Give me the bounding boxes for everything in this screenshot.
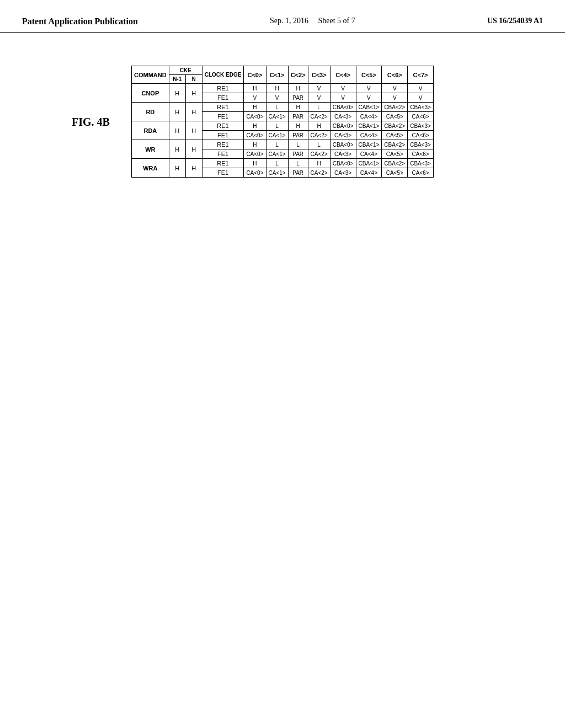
data-table: COMMAND CKE CLOCK EDGE C<0> C<1> C<2> C<… bbox=[131, 66, 434, 178]
cell-cke-n1: H bbox=[169, 121, 185, 140]
cell-c5: CA<4> bbox=[356, 112, 382, 121]
cell-c0: H bbox=[244, 159, 266, 168]
cell-c2: H bbox=[288, 121, 308, 131]
cell-clock-edge: FE1 bbox=[202, 149, 244, 159]
cell-c3: V bbox=[308, 93, 330, 103]
cell-c2: L bbox=[288, 159, 308, 168]
cell-c2: PAR bbox=[288, 149, 308, 159]
cell-c1: V bbox=[266, 93, 288, 103]
cell-cke-n1: H bbox=[169, 84, 185, 103]
cell-cke-n1: H bbox=[169, 140, 185, 159]
cell-c1: L bbox=[266, 140, 288, 149]
cell-c0: H bbox=[244, 121, 266, 131]
cell-command: WRA bbox=[132, 159, 169, 178]
cell-c3: CA<2> bbox=[308, 149, 330, 159]
table-row: RDHHRE1HLHLCBA<0>CAB<1>CBA<2>CBA<3> bbox=[132, 103, 434, 112]
cell-c4: CA<3> bbox=[330, 149, 356, 159]
cell-c7: V bbox=[408, 84, 434, 93]
cell-c3: L bbox=[308, 140, 330, 149]
cell-clock-edge: FE1 bbox=[202, 168, 244, 178]
cell-clock-edge: FE1 bbox=[202, 112, 244, 121]
cell-c2: L bbox=[288, 140, 308, 149]
table-header-row: COMMAND CKE CLOCK EDGE C<0> C<1> C<2> C<… bbox=[132, 66, 434, 75]
cell-c6: CBA<2> bbox=[382, 159, 408, 168]
cell-c5: CBA<1> bbox=[356, 121, 382, 131]
col-c0: C<0> bbox=[244, 66, 266, 84]
cell-command: WR bbox=[132, 140, 169, 159]
cell-c6: CA<5> bbox=[382, 149, 408, 159]
cell-c4: V bbox=[330, 93, 356, 103]
cell-c5: CBA<1> bbox=[356, 159, 382, 168]
cell-cke-n1: H bbox=[169, 159, 185, 178]
patent-number: US 16/254039 A1 bbox=[487, 17, 543, 25]
cell-c4: CA<3> bbox=[330, 112, 356, 121]
cell-c5: V bbox=[356, 84, 382, 93]
cell-clock-edge: RE1 bbox=[202, 103, 244, 112]
cell-c3: CA<2> bbox=[308, 112, 330, 121]
col-clock-edge: CLOCK EDGE bbox=[202, 66, 244, 84]
cell-c3: CA<2> bbox=[308, 131, 330, 140]
cell-c7: CBA<3> bbox=[408, 140, 434, 149]
cell-c5: CAB<1> bbox=[356, 103, 382, 112]
cell-c0: CA<0> bbox=[244, 131, 266, 140]
table-row: WRHHRE1HLLLCBA<0>CBA<1>CBA<2>CBA<3> bbox=[132, 140, 434, 149]
publication-date: Sep. 1, 2016 bbox=[270, 17, 308, 25]
table-row: RDAHHRE1HLHHCBA<0>CBA<1>CBA<2>CBA<3> bbox=[132, 121, 434, 131]
col-c5: C<5> bbox=[356, 66, 382, 84]
cell-c7: CA<6> bbox=[408, 149, 434, 159]
cell-c6: CBA<2> bbox=[382, 140, 408, 149]
cell-c7: CBA<3> bbox=[408, 103, 434, 112]
cell-cke-n: H bbox=[185, 84, 202, 103]
cell-c0: H bbox=[244, 140, 266, 149]
cell-c5: CA<4> bbox=[356, 149, 382, 159]
cell-c7: CBA<3> bbox=[408, 121, 434, 131]
cell-c7: V bbox=[408, 93, 434, 103]
cell-c5: CA<4> bbox=[356, 168, 382, 178]
cell-c0: H bbox=[244, 84, 266, 93]
cell-c0: CA<0> bbox=[244, 149, 266, 159]
cell-cke-n: H bbox=[185, 103, 202, 121]
cell-clock-edge: FE1 bbox=[202, 93, 244, 103]
cell-c3: CA<2> bbox=[308, 168, 330, 178]
cell-c4: CA<3> bbox=[330, 168, 356, 178]
cell-c1: L bbox=[266, 159, 288, 168]
cell-c6: CA<5> bbox=[382, 112, 408, 121]
cell-c7: CA<6> bbox=[408, 131, 434, 140]
cell-command: RDA bbox=[132, 121, 169, 140]
cell-c3: V bbox=[308, 84, 330, 93]
col-c3: C<3> bbox=[308, 66, 330, 84]
cell-clock-edge: RE1 bbox=[202, 159, 244, 168]
figure-label: FIG. 4B bbox=[72, 115, 110, 128]
cell-cke-n: H bbox=[185, 159, 202, 178]
table-row: CNOPHHRE1HHHVVVVV bbox=[132, 84, 434, 93]
cell-c5: CA<4> bbox=[356, 131, 382, 140]
cell-command: RD bbox=[132, 103, 169, 121]
cell-clock-edge: RE1 bbox=[202, 84, 244, 93]
col-c1: C<1> bbox=[266, 66, 288, 84]
col-command: COMMAND bbox=[132, 66, 169, 84]
cell-c3: H bbox=[308, 159, 330, 168]
cell-c7: CA<6> bbox=[408, 112, 434, 121]
sheet-number: Sheet 5 of 7 bbox=[318, 17, 355, 25]
cell-c4: V bbox=[330, 84, 356, 93]
cell-clock-edge: RE1 bbox=[202, 140, 244, 149]
cell-c0: V bbox=[244, 93, 266, 103]
cell-c6: CA<5> bbox=[382, 131, 408, 140]
publication-date-sheet: Sep. 1, 2016 Sheet 5 of 7 bbox=[270, 17, 355, 25]
cell-c1: L bbox=[266, 103, 288, 112]
cell-c4: CBA<0> bbox=[330, 159, 356, 168]
col-cke-n1: N-1 bbox=[169, 75, 185, 84]
cell-c6: CBA<2> bbox=[382, 121, 408, 131]
cell-c6: V bbox=[382, 84, 408, 93]
cell-c1: CA<1> bbox=[266, 131, 288, 140]
cell-c5: CBA<1> bbox=[356, 140, 382, 149]
main-content: FIG. 4B COMMAND CKE CLOCK EDGE C<0> C<1>… bbox=[0, 33, 565, 211]
cell-c0: CA<0> bbox=[244, 168, 266, 178]
cell-c6: CBA<2> bbox=[382, 103, 408, 112]
cell-c1: CA<1> bbox=[266, 149, 288, 159]
col-c7: C<7> bbox=[408, 66, 434, 84]
cell-cke-n: H bbox=[185, 121, 202, 140]
cell-c6: V bbox=[382, 93, 408, 103]
col-c2: C<2> bbox=[288, 66, 308, 84]
cell-c7: CA<6> bbox=[408, 168, 434, 178]
